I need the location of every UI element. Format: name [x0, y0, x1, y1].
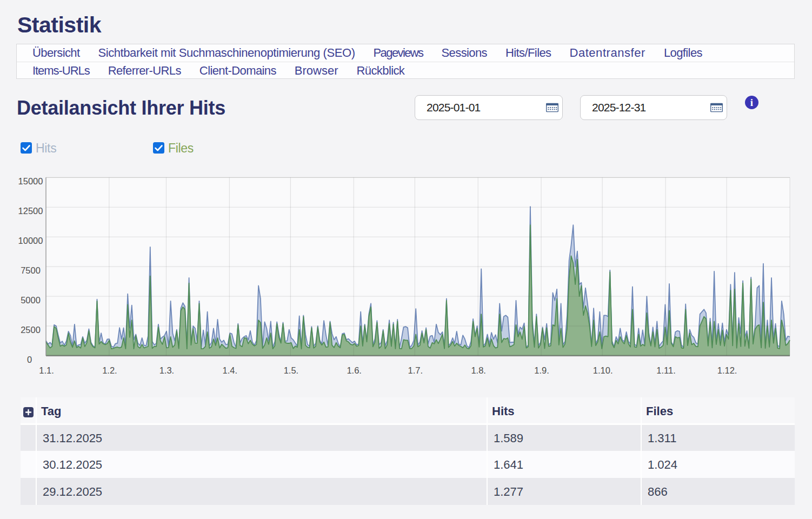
svg-text:1.8.: 1.8.	[471, 365, 486, 375]
svg-text:1.2.: 1.2.	[102, 365, 117, 375]
svg-text:10000: 10000	[18, 236, 43, 245]
svg-text:1.9.: 1.9.	[534, 365, 549, 375]
svg-text:15000: 15000	[18, 176, 43, 186]
svg-text:1.4.: 1.4.	[223, 365, 238, 375]
svg-text:1.5.: 1.5.	[284, 365, 299, 375]
svg-text:1.1.: 1.1.	[39, 365, 54, 375]
svg-text:1.7.: 1.7.	[408, 365, 423, 375]
svg-text:2500: 2500	[21, 325, 41, 335]
svg-text:1.6.: 1.6.	[347, 365, 362, 375]
svg-text:1.10.: 1.10.	[593, 365, 613, 375]
svg-text:1.3.: 1.3.	[159, 365, 175, 375]
svg-text:1.12.: 1.12.	[717, 365, 737, 375]
svg-text:5000: 5000	[21, 295, 41, 305]
svg-text:0: 0	[27, 355, 32, 364]
svg-text:7500: 7500	[21, 265, 41, 275]
svg-text:12500: 12500	[18, 206, 43, 216]
svg-text:1.11.: 1.11.	[656, 365, 675, 375]
